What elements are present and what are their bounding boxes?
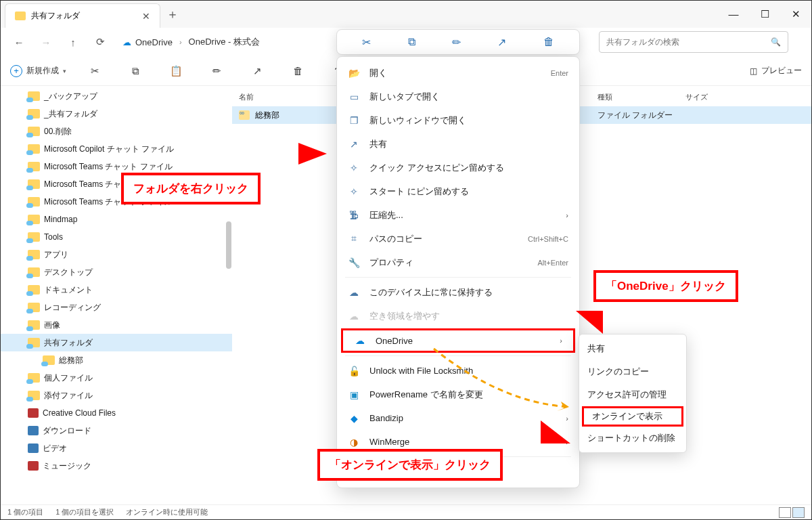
new-tab-button[interactable]: ＋ — [160, 6, 185, 22]
tree-item[interactable]: Microsoft Copilot チャット ファイル — [1, 140, 232, 158]
folder-open-icon: 📂 — [348, 68, 360, 79]
menu-copy-path[interactable]: ⌗パスのコピーCtrl+Shift+C — [337, 227, 579, 251]
tree-item[interactable]: レコーディング — [1, 299, 232, 316]
menu-properties[interactable]: 🔧プロパティAlt+Enter — [337, 251, 579, 274]
menu-pin-start[interactable]: ✧スタート にピン留めする — [337, 179, 579, 203]
folder-icon — [28, 197, 40, 207]
lock-icon: 🔓 — [348, 366, 360, 376]
rename-icon[interactable]: ✏ — [452, 36, 461, 49]
cloud-icon: ☁ — [122, 37, 131, 47]
onedrive-submenu: 共有 リンクのコピー アクセス許可の管理 オンラインで表示 ショートカットの削除 — [579, 334, 687, 453]
share-icon[interactable]: ↗ — [497, 36, 506, 49]
callout-rightclick: フォルダを右クリック — [121, 173, 261, 204]
folder-icon — [28, 215, 40, 224]
tree-item[interactable]: Creative Cloud Files — [1, 404, 232, 422]
file-name: 総務部 — [255, 110, 279, 121]
maximize-button[interactable]: ☐ — [749, 8, 780, 20]
crumb-onedrive[interactable]: OneDrive — [135, 37, 173, 47]
plus-icon: + — [10, 65, 22, 77]
tree-item[interactable]: ダウンロード — [1, 422, 232, 439]
folder-icon — [28, 179, 40, 189]
tree-item[interactable]: Mindmap — [1, 211, 232, 228]
tree-item-label: Tools — [44, 232, 63, 242]
tree-item[interactable]: 総務部 — [1, 351, 232, 369]
share-button[interactable]: ↗ — [245, 61, 269, 81]
menu-keep-on-device[interactable]: ☁このデバイス上に常に保持する — [337, 280, 579, 304]
menu-share[interactable]: ↗共有 — [337, 132, 579, 156]
linked-folder-icon — [239, 110, 250, 120]
arrow-view-online — [541, 420, 570, 443]
tree-item[interactable]: アプリ — [1, 246, 232, 263]
cut-icon[interactable]: ✂ — [362, 36, 371, 49]
tree-item[interactable]: _共有フォルダ — [1, 105, 232, 123]
folder-icon — [28, 127, 40, 136]
tree-item-label: ビデオ — [43, 443, 67, 454]
paste-button[interactable]: 📋 — [164, 61, 188, 81]
submenu-copy-link[interactable]: リンクのコピー — [579, 360, 686, 383]
delete-icon[interactable]: 🗑 — [543, 36, 554, 48]
tree-item-label: ドキュメント — [44, 284, 93, 296]
close-tab-icon[interactable]: ✕ — [142, 11, 150, 22]
tree-item[interactable]: ミュージック — [1, 457, 232, 475]
tree-item[interactable]: ビデオ — [1, 439, 232, 457]
window-controls: — ☐ ✕ — [718, 8, 811, 20]
folder-icon — [43, 355, 55, 365]
submenu-view-online[interactable]: オンラインで表示 — [582, 406, 683, 427]
col-size[interactable]: サイズ — [685, 92, 740, 102]
menu-open[interactable]: 📂開くEnter — [337, 61, 579, 85]
title-bar: 共有フォルダ ✕ ＋ — ☐ ✕ — [1, 1, 811, 28]
tree-item[interactable]: 画像 — [1, 316, 232, 334]
copy-button[interactable]: ⧉ — [123, 61, 148, 81]
cut-button[interactable]: ✂ — [83, 61, 107, 81]
view-list-icon[interactable] — [779, 507, 791, 518]
folder-icon — [28, 144, 40, 154]
folder-icon — [28, 91, 40, 101]
view-details-icon[interactable] — [792, 507, 805, 518]
menu-compress[interactable]: 🗜圧縮先...› — [337, 203, 579, 227]
menu-open-new-tab[interactable]: ▭新しいタブで開く — [337, 85, 579, 108]
crumb-company[interactable]: OneDrive - 株式会 — [189, 36, 260, 48]
nav-tree[interactable]: _バックアップ_共有フォルダ00.削除Microsoft Copilot チャッ… — [1, 86, 232, 506]
tree-item[interactable]: _バックアップ — [1, 87, 232, 105]
rename-button[interactable]: ✏ — [204, 61, 229, 81]
tree-item[interactable]: ドキュメント — [1, 281, 232, 299]
window-tab[interactable]: 共有フォルダ ✕ — [5, 3, 160, 28]
forward-button[interactable]: → — [35, 30, 58, 53]
bandizip-icon: ◆ — [348, 413, 360, 424]
col-type[interactable]: 種類 — [597, 92, 685, 102]
submenu-permissions[interactable]: アクセス許可の管理 — [579, 383, 686, 406]
arrow-rightclick — [298, 143, 327, 165]
path-icon: ⌗ — [348, 233, 360, 244]
rename-tool-icon: ▣ — [348, 389, 360, 400]
delete-button[interactable]: 🗑 — [286, 61, 310, 81]
tree-item[interactable]: 個人ファイル — [1, 369, 232, 387]
submenu-delete-shortcut[interactable]: ショートカットの削除 — [579, 427, 686, 450]
tree-item[interactable]: 添付ファイル — [1, 387, 232, 404]
folder-icon — [28, 461, 39, 471]
menu-pin-quickaccess[interactable]: ✧クイック アクセスにピン留めする — [337, 156, 579, 179]
search-input[interactable]: 共有フォルダの検索 🔍 — [599, 31, 788, 53]
tree-item[interactable]: Tools — [1, 228, 232, 246]
tree-item[interactable]: 00.削除 — [1, 123, 232, 140]
preview-button[interactable]: ◫ プレビュー — [750, 65, 802, 77]
tree-item[interactable]: 共有フォルダ — [1, 334, 232, 351]
back-button[interactable]: ← — [7, 30, 30, 53]
folder-icon — [15, 12, 26, 20]
up-button[interactable]: ↑ — [62, 30, 85, 53]
submenu-share[interactable]: 共有 — [579, 337, 686, 360]
tree-item-label: 画像 — [44, 320, 60, 331]
tree-item-label: 総務部 — [59, 355, 83, 366]
action-toolbar: ✂ ⧉ ✏ ↗ 🗑 — [336, 29, 580, 55]
refresh-button[interactable]: ⟳ — [89, 30, 112, 53]
minimize-button[interactable]: — — [718, 8, 749, 20]
tree-item-label: レコーディング — [44, 302, 101, 313]
share-arrow-icon: ↗ — [348, 139, 360, 150]
tree-item[interactable]: デスクトップ — [1, 263, 232, 281]
arrow-onedrive — [576, 311, 603, 334]
close-button[interactable]: ✕ — [780, 8, 811, 20]
copy-icon[interactable]: ⧉ — [408, 36, 415, 48]
new-button[interactable]: + 新規作成 ▾ — [10, 65, 66, 77]
tree-scrollbar[interactable] — [225, 86, 232, 506]
menu-open-new-window[interactable]: ❐新しいウィンドウで開く — [337, 108, 579, 132]
folder-icon — [28, 338, 40, 347]
